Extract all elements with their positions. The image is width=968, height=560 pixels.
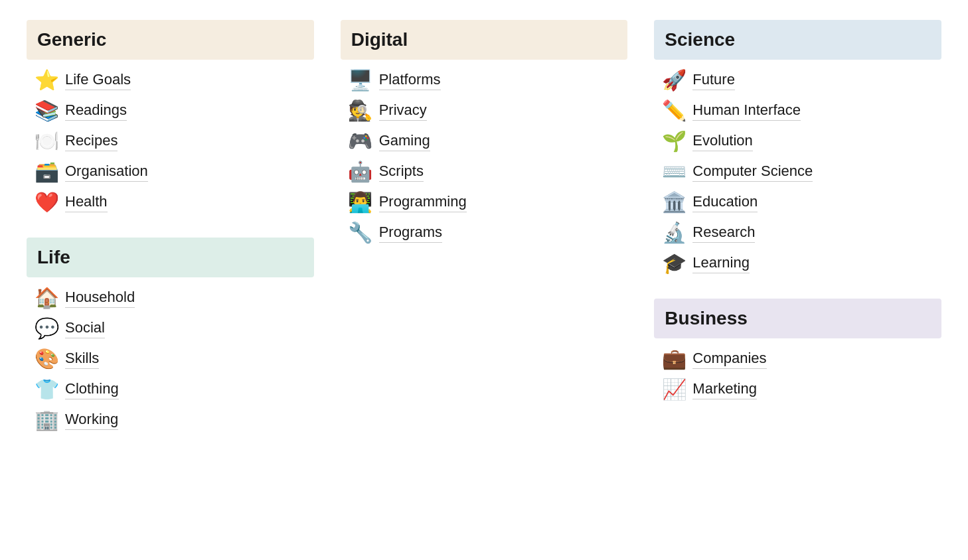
icon-readings: 📚 [31,101,62,121]
icon-programming: 👨‍💻 [345,192,376,212]
list-item-organisation[interactable]: 🗃️Organisation [27,157,314,187]
icon-privacy: 🕵️ [345,101,376,121]
list-item-companies[interactable]: 💼Companies [654,344,941,374]
list-item-recipes[interactable]: 🍽️Recipes [27,126,314,157]
list-item-scripts[interactable]: 🤖Scripts [341,157,628,187]
icon-companies: 💼 [658,349,690,369]
section-title-science: Science [665,29,931,50]
list-item-evolution[interactable]: 🌱Evolution [654,126,941,157]
label-education: Education [692,193,758,212]
icon-skills: 🎨 [31,349,62,369]
section-title-business: Business [665,308,931,329]
list-item-working[interactable]: 🏢Working [27,405,314,435]
icon-platforms: 🖥️ [345,70,376,90]
label-future: Future [692,71,735,90]
label-research: Research [692,224,755,243]
icon-health: ❤️ [31,192,62,212]
list-item-health[interactable]: ❤️Health [27,187,314,218]
list-item-readings[interactable]: 📚Readings [27,96,314,126]
section-life: Life🏠Household💬Social🎨Skills👕Clothing🏢Wo… [27,238,314,435]
icon-marketing: 📈 [658,380,690,399]
label-clothing: Clothing [65,380,119,399]
icon-scripts: 🤖 [345,162,376,182]
icon-organisation: 🗃️ [31,162,62,182]
section-header-business: Business [654,299,941,338]
section-title-digital: Digital [351,29,617,50]
icon-programs: 🔧 [345,223,376,243]
icon-computer-science: ⌨️ [658,162,690,182]
list-item-research[interactable]: 🔬Research [654,218,941,248]
icon-research: 🔬 [658,223,690,243]
list-item-household[interactable]: 🏠Household [27,283,314,313]
section-title-life: Life [37,247,303,268]
label-working: Working [65,411,118,430]
icon-gaming: 🎮 [345,131,376,151]
label-human-interface: Human Interface [692,102,801,121]
list-item-platforms[interactable]: 🖥️Platforms [341,65,628,96]
label-learning: Learning [692,254,750,273]
label-household: Household [65,289,135,308]
label-skills: Skills [65,350,99,369]
label-life-goals: Life Goals [65,71,131,90]
icon-recipes: 🍽️ [31,131,62,151]
icon-clothing: 👕 [31,380,62,399]
section-business: Business💼Companies📈Marketing [654,299,941,405]
list-item-future[interactable]: 🚀Future [654,65,941,96]
columns-container: Generic⭐Life Goals📚Readings🍽️Recipes🗃️Or… [13,13,955,462]
icon-working: 🏢 [31,410,62,430]
section-header-generic: Generic [27,20,314,60]
icon-future: 🚀 [658,70,690,90]
icon-learning: 🎓 [658,253,690,273]
list-item-social[interactable]: 💬Social [27,313,314,344]
label-privacy: Privacy [379,102,427,121]
icon-social: 💬 [31,318,62,338]
section-header-life: Life [27,238,314,277]
label-evolution: Evolution [692,132,753,151]
label-gaming: Gaming [379,132,430,151]
list-item-learning[interactable]: 🎓Learning [654,248,941,279]
label-platforms: Platforms [379,71,441,90]
section-header-digital: Digital [341,20,628,60]
list-item-human-interface[interactable]: ✏️Human Interface [654,96,941,126]
label-health: Health [65,193,108,212]
column-0: Generic⭐Life Goals📚Readings🍽️Recipes🗃️Or… [13,13,327,462]
icon-evolution: 🌱 [658,131,690,151]
label-readings: Readings [65,102,127,121]
icon-household: 🏠 [31,288,62,308]
list-item-skills[interactable]: 🎨Skills [27,344,314,374]
label-social: Social [65,319,105,338]
label-programs: Programs [379,224,442,243]
label-marketing: Marketing [692,380,757,399]
section-digital: Digital🖥️Platforms🕵️Privacy🎮Gaming🤖Scrip… [341,20,628,248]
section-title-generic: Generic [37,29,303,50]
list-item-gaming[interactable]: 🎮Gaming [341,126,628,157]
list-item-life-goals[interactable]: ⭐Life Goals [27,65,314,96]
list-item-computer-science[interactable]: ⌨️Computer Science [654,157,941,187]
list-item-marketing[interactable]: 📈Marketing [654,374,941,405]
list-item-clothing[interactable]: 👕Clothing [27,374,314,405]
label-organisation: Organisation [65,163,148,182]
section-science: Science🚀Future✏️Human Interface🌱Evolutio… [654,20,941,279]
label-scripts: Scripts [379,163,424,182]
list-item-privacy[interactable]: 🕵️Privacy [341,96,628,126]
list-item-education[interactable]: 🏛️Education [654,187,941,218]
column-2: Science🚀Future✏️Human Interface🌱Evolutio… [641,13,955,462]
section-header-science: Science [654,20,941,60]
icon-life-goals: ⭐ [31,70,62,90]
list-item-programming[interactable]: 👨‍💻Programming [341,187,628,218]
icon-education: 🏛️ [658,192,690,212]
icon-human-interface: ✏️ [658,101,690,121]
label-programming: Programming [379,193,467,212]
section-generic: Generic⭐Life Goals📚Readings🍽️Recipes🗃️Or… [27,20,314,218]
label-computer-science: Computer Science [692,163,813,182]
label-recipes: Recipes [65,132,118,151]
column-1: Digital🖥️Platforms🕵️Privacy🎮Gaming🤖Scrip… [327,13,641,462]
label-companies: Companies [692,350,766,369]
list-item-programs[interactable]: 🔧Programs [341,218,628,248]
